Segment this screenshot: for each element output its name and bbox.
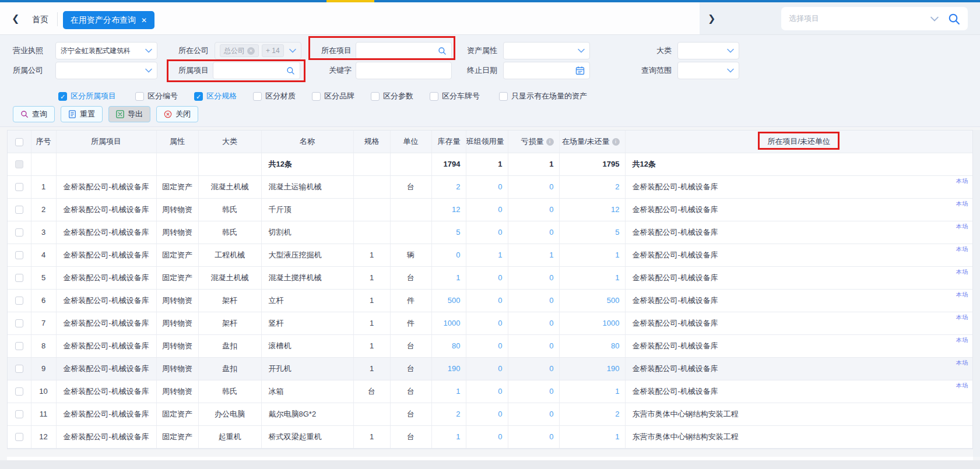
row-checkbox[interactable] [15,183,23,191]
select-all-checkbox[interactable] [15,138,23,146]
loss-value-link[interactable]: 0 [549,319,553,327]
team-value-link[interactable]: 0 [498,364,502,373]
tab-active[interactable]: 在用资产分布查询 ✕ [63,11,154,29]
filter-checkbox-3[interactable]: ✓区分规格 [194,91,237,101]
tag-remove-icon[interactable]: × [247,47,255,55]
onsite-tag-link[interactable]: 本场 [956,177,968,185]
stock-value-link[interactable]: 1000 [444,319,461,327]
onsite-value-link[interactable]: 80 [611,341,619,350]
row-checkbox[interactable] [15,410,23,418]
team-value-link[interactable]: 0 [498,319,502,327]
business-license-select[interactable]: 济宁金虹装配式建筑科 [55,42,157,59]
filter-checkbox-1[interactable]: ✓区分所属项目 [58,91,116,101]
horizontal-scrollbar[interactable] [0,460,980,469]
loss-value-link[interactable]: 0 [549,387,553,396]
onsite-value-link[interactable]: 2 [615,410,619,418]
end-date-picker[interactable] [503,62,590,79]
onsite-value-link[interactable]: 1 [615,432,619,441]
stock-value-link[interactable]: 1 [456,387,460,396]
stock-value-link[interactable]: 5 [456,228,460,237]
team-value-link[interactable]: 1 [498,251,502,259]
onsite-tag-link[interactable]: 本场 [956,336,968,344]
filter-checkbox-7[interactable]: 区分车牌号 [430,91,480,101]
close-button[interactable]: 关闭 [156,106,198,122]
query-scope-select[interactable] [677,62,739,79]
loss-value-link[interactable]: 0 [549,182,553,191]
filter-checkbox-8[interactable]: 只显示有在场量的资产 [499,91,587,101]
stock-value-link[interactable]: 0 [456,251,460,259]
row-checkbox[interactable] [15,274,23,282]
export-button[interactable]: 导出 [108,106,150,122]
search-icon[interactable] [948,13,960,25]
asset-attr-select[interactable] [503,42,590,59]
query-button[interactable]: 查询 [13,106,55,122]
tab-close-icon[interactable]: ✕ [141,17,147,24]
reset-button[interactable]: 重置 [61,106,103,122]
stock-value-link[interactable]: 80 [452,341,460,350]
onsite-tag-link[interactable]: 本场 [956,291,968,299]
row-checkbox[interactable] [15,387,23,396]
row-checkbox[interactable] [15,365,23,373]
stock-value-link[interactable]: 1 [456,273,460,282]
tabs-scroll-right-icon[interactable]: ❯ [708,13,715,24]
onsite-value-link[interactable]: 2 [615,182,619,191]
filter-checkbox-4[interactable]: 区分材质 [253,91,296,101]
filter-checkbox-6[interactable]: 区分参数 [371,91,413,101]
loss-value-link[interactable]: 0 [549,341,553,350]
loss-value-link[interactable]: 0 [549,364,553,373]
stock-value-link[interactable]: 500 [448,296,461,305]
tab-home[interactable]: 首页 [32,15,48,25]
onsite-tag-link[interactable]: 本场 [956,313,968,322]
team-value-link[interactable]: 0 [498,432,502,441]
vertical-scrollbar-gutter[interactable] [973,130,980,457]
onsite-tag-link[interactable]: 本场 [956,223,968,231]
loss-value-link[interactable]: 1 [549,251,553,259]
row-checkbox[interactable] [15,251,23,259]
loss-value-link[interactable]: 0 [549,410,553,418]
team-value-link[interactable]: 0 [498,228,502,237]
row-checkbox[interactable] [15,433,23,441]
search-icon[interactable] [286,66,295,75]
filter-checkbox-5[interactable]: 区分品牌 [312,91,354,101]
loss-value-link[interactable]: 0 [549,205,553,214]
onsite-value-link[interactable]: 1000 [603,319,620,327]
team-value-link[interactable]: 0 [498,341,502,350]
onsite-value-link[interactable]: 1 [615,387,619,396]
onsite-value-link[interactable]: 1 [615,273,619,282]
stock-value-link[interactable]: 2 [456,410,460,418]
major-class-select[interactable] [677,42,739,59]
global-project-select[interactable]: 选择项目 [781,7,968,30]
row-checkbox[interactable] [15,342,23,350]
onsite-value-link[interactable]: 190 [607,364,620,373]
loss-value-link[interactable]: 0 [549,273,553,282]
onsite-tag-link[interactable]: 本场 [956,382,968,390]
loss-value-link[interactable]: 0 [549,228,553,237]
stock-value-link[interactable]: 1 [456,432,460,441]
stock-value-link[interactable]: 190 [448,364,461,373]
row-checkbox[interactable] [15,228,23,237]
team-value-link[interactable]: 0 [498,273,502,282]
tabs-scroll-left-icon[interactable]: ❮ [12,13,19,24]
onsite-tag-link[interactable]: 本场 [956,359,968,367]
onsite-value-link[interactable]: 1 [615,251,619,259]
loss-value-link[interactable]: 0 [549,432,553,441]
onsite-tag-link[interactable]: 本场 [956,268,968,276]
onsite-tag-link[interactable]: 本场 [956,200,968,208]
onsite-value-link[interactable]: 500 [607,296,620,305]
project-of-search[interactable] [213,62,300,79]
team-value-link[interactable]: 0 [498,296,502,305]
team-value-link[interactable]: 0 [498,182,502,191]
onsite-tag-link[interactable]: 本场 [956,245,968,253]
team-value-link[interactable]: 0 [498,410,502,418]
team-value-link[interactable]: 0 [498,387,502,396]
company-in-multiselect[interactable]: 总公司× + 14 [215,42,301,59]
stock-value-link[interactable]: 2 [456,182,460,191]
onsite-value-link[interactable]: 12 [611,205,619,214]
team-value-link[interactable]: 0 [498,205,502,214]
stock-value-link[interactable]: 12 [452,205,460,214]
loss-value-link[interactable]: 0 [549,296,553,305]
filter-checkbox-2[interactable]: 区分编号 [135,91,178,101]
row-checkbox[interactable] [15,297,23,305]
onsite-value-link[interactable]: 5 [615,228,619,237]
row-checkbox[interactable] [15,319,23,327]
